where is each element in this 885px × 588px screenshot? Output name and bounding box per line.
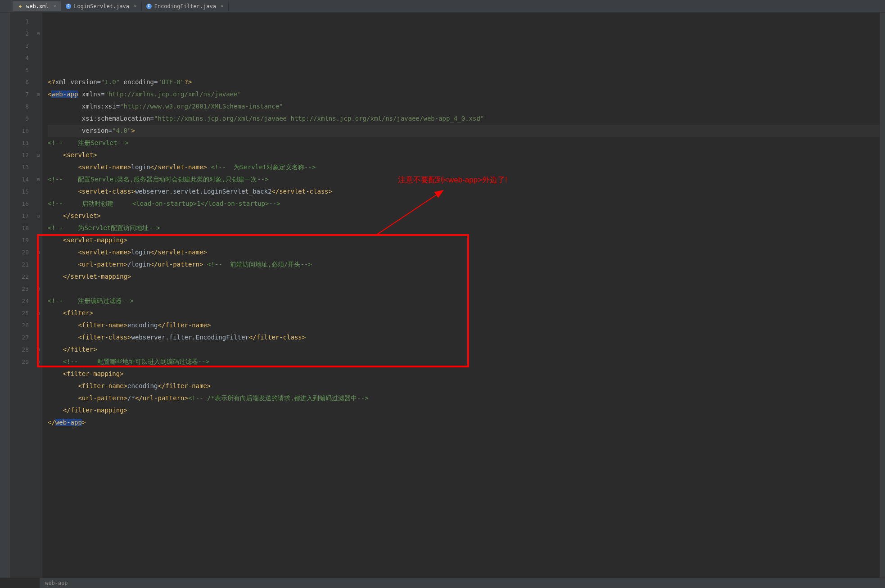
code-line[interactable]: <url-pattern>/login</url-pattern> <!-- 前… bbox=[48, 258, 880, 271]
fold-icon bbox=[34, 271, 42, 283]
code-line[interactable]: <servlet-name>login</servlet-name> <!-- … bbox=[48, 161, 880, 173]
fold-icon bbox=[34, 222, 42, 234]
fold-icon[interactable]: ⊟ bbox=[34, 356, 42, 368]
fold-icon[interactable]: ⊟ bbox=[34, 307, 42, 319]
code-line[interactable]: <web-app xmlns="http://xmlns.jcp.org/xml… bbox=[48, 88, 880, 100]
fold-icon bbox=[34, 64, 42, 76]
line-number: 19 bbox=[14, 234, 29, 246]
tab-EncodingFilter-java[interactable]: CEncodingFilter.java× bbox=[142, 1, 229, 11]
code-line[interactable]: </filter> bbox=[48, 344, 880, 356]
annotation-text: 注意不要配到<web-app>外边了! bbox=[398, 174, 507, 186]
code-line[interactable]: <filter-name>encoding</filter-name> bbox=[48, 380, 880, 392]
fold-icon[interactable]: ⊟ bbox=[34, 344, 42, 356]
tab-bar: ◆web.xml×CLoginServlet.java×CEncodingFil… bbox=[0, 0, 885, 13]
code-line[interactable]: <filter-mapping> bbox=[48, 368, 880, 380]
line-number: 20 bbox=[14, 246, 29, 258]
fold-icon bbox=[34, 125, 42, 137]
editor-area[interactable]: 1234567891011121314151617181920212223242… bbox=[11, 13, 885, 578]
tab-label: LoginServlet.java bbox=[74, 3, 129, 9]
fold-icon[interactable]: ⊟ bbox=[34, 246, 42, 258]
line-number: 10 bbox=[14, 125, 29, 137]
code-line[interactable]: <servlet-class>webserver.servlet.LoginSe… bbox=[48, 185, 880, 198]
line-number: 25 bbox=[14, 307, 29, 319]
line-number: 12 bbox=[14, 149, 29, 161]
code-line[interactable] bbox=[48, 283, 880, 295]
line-number: 26 bbox=[14, 319, 29, 331]
fold-icon bbox=[34, 137, 42, 149]
fold-icon bbox=[34, 185, 42, 198]
svg-line-1 bbox=[375, 190, 443, 235]
breadcrumb[interactable]: web-app bbox=[40, 578, 885, 588]
line-number: 4 bbox=[14, 52, 29, 64]
code-line[interactable]: </servlet> bbox=[48, 210, 880, 222]
fold-icon[interactable]: ⊟ bbox=[34, 283, 42, 295]
code-line[interactable]: </filter-mapping> bbox=[48, 404, 880, 416]
java-file-icon: C bbox=[146, 4, 152, 9]
code-line[interactable]: <url-pattern>/*</url-pattern><!-- /*表示所有… bbox=[48, 392, 880, 404]
fold-icon bbox=[34, 319, 42, 331]
line-number: 24 bbox=[14, 295, 29, 307]
line-number: 17 bbox=[14, 210, 29, 222]
code-line[interactable]: <!-- 启动时创建 <load-on-startup>1</load-on-s… bbox=[48, 198, 880, 210]
fold-icon[interactable]: ⊟ bbox=[34, 210, 42, 222]
code-line[interactable]: xsi:schemaLocation="http://xmlns.jcp.org… bbox=[48, 113, 880, 125]
close-icon[interactable]: × bbox=[54, 3, 57, 9]
code-area[interactable]: 注意不要配到<web-app>外边了! <?xml version="1.0" … bbox=[42, 13, 880, 578]
line-number: 21 bbox=[14, 258, 29, 271]
line-number: 13 bbox=[14, 161, 29, 173]
line-number: 1 bbox=[14, 15, 29, 27]
fold-icon bbox=[34, 76, 42, 88]
line-number: 5 bbox=[14, 64, 29, 76]
fold-icon bbox=[34, 15, 42, 27]
fold-gutter[interactable]: ⊟⊟⊟⊟⊟⊟⊟⊟⊟⊟ bbox=[34, 13, 42, 578]
code-line[interactable]: <servlet-mapping> bbox=[48, 234, 880, 246]
code-line[interactable]: <filter-name>encoding</filter-name> bbox=[48, 319, 880, 331]
code-line[interactable]: <?xml version="1.0" encoding="UTF-8"?> bbox=[48, 76, 880, 88]
code-line[interactable]: <!-- 注册Servlet--> bbox=[48, 137, 880, 149]
line-numbers: 1234567891011121314151617181920212223242… bbox=[11, 13, 34, 578]
code-line[interactable]: <servlet> bbox=[48, 149, 880, 161]
scrollbar[interactable] bbox=[880, 13, 885, 578]
code-line[interactable]: <!-- 注册编码过滤器--> bbox=[48, 295, 880, 307]
code-line[interactable]: <servlet-name>login</servlet-name> bbox=[48, 246, 880, 258]
fold-icon bbox=[34, 234, 42, 246]
fold-icon[interactable]: ⊟ bbox=[34, 27, 42, 40]
tab-LoginServlet-java[interactable]: CLoginServlet.java× bbox=[61, 1, 141, 11]
code-line[interactable] bbox=[48, 429, 880, 441]
code-line[interactable]: <filter-class>webserver.filter.EncodingF… bbox=[48, 331, 880, 344]
code-line[interactable]: <!-- 配置哪些地址可以进入到编码过滤器--> bbox=[48, 356, 880, 368]
line-number: 29 bbox=[14, 356, 29, 368]
fold-icon bbox=[34, 40, 42, 52]
left-gutter bbox=[0, 13, 11, 578]
fold-icon[interactable]: ⊟ bbox=[34, 88, 42, 100]
close-icon[interactable]: × bbox=[134, 3, 137, 9]
tab-label: web.xml bbox=[26, 3, 49, 9]
fold-icon bbox=[34, 258, 42, 271]
xml-file-icon: ◆ bbox=[17, 3, 23, 9]
fold-icon[interactable]: ⊟ bbox=[34, 149, 42, 161]
fold-icon bbox=[34, 331, 42, 344]
fold-icon bbox=[34, 100, 42, 113]
close-icon[interactable]: × bbox=[221, 3, 224, 9]
fold-icon bbox=[34, 161, 42, 173]
line-number: 11 bbox=[14, 137, 29, 149]
fold-icon[interactable]: ⊟ bbox=[34, 173, 42, 185]
fold-icon bbox=[34, 368, 42, 380]
java-file-icon: C bbox=[66, 4, 71, 9]
code-line[interactable]: version="4.0"> bbox=[48, 125, 880, 137]
fold-icon bbox=[34, 198, 42, 210]
annotation-arrow-icon bbox=[371, 186, 452, 240]
code-line[interactable]: </servlet-mapping> bbox=[48, 271, 880, 283]
line-number: 22 bbox=[14, 271, 29, 283]
code-line[interactable]: <filter> bbox=[48, 307, 880, 319]
line-number: 15 bbox=[14, 185, 29, 198]
code-line[interactable]: <!-- 为Servlet配置访问地址--> bbox=[48, 222, 880, 234]
code-line[interactable]: </web-app> bbox=[48, 416, 880, 429]
tab-label: EncodingFilter.java bbox=[154, 3, 216, 9]
tab-web-xml[interactable]: ◆web.xml× bbox=[13, 1, 61, 11]
line-number: 16 bbox=[14, 198, 29, 210]
code-line[interactable]: xmlns:xsi="http://www.w3.org/2001/XMLSch… bbox=[48, 100, 880, 113]
line-number: 27 bbox=[14, 331, 29, 344]
line-number: 2 bbox=[14, 27, 29, 40]
fold-icon bbox=[34, 52, 42, 64]
